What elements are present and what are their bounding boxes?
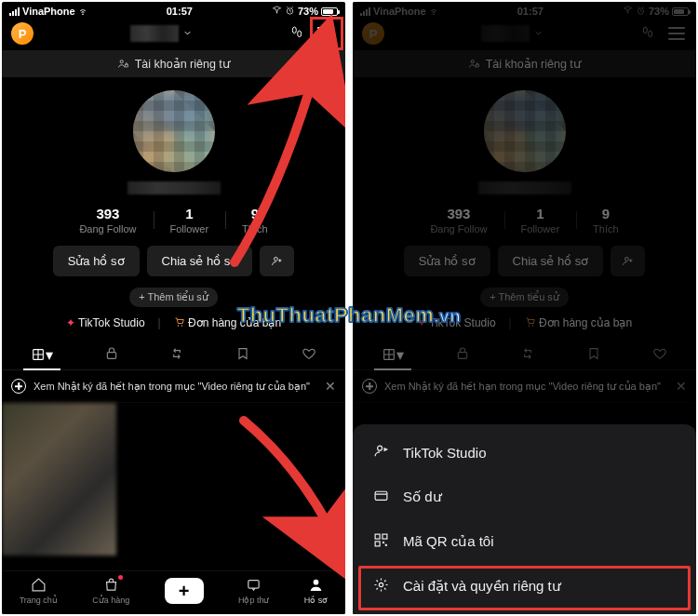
your-orders-link[interactable]: Đơn hàng của bạn: [174, 316, 281, 329]
tab-private[interactable]: [455, 346, 470, 364]
stat-likes[interactable]: 9 Thích: [225, 206, 285, 234]
chevron-down-icon[interactable]: [182, 28, 193, 39]
stat-followers[interactable]: 1 Follower: [154, 206, 226, 234]
footprint-icon[interactable]: [640, 25, 655, 42]
tab-liked[interactable]: [652, 346, 667, 364]
notice-text: Xem Nhật ký đã hết hạn trong mục "Video …: [384, 380, 668, 393]
notice-close-button[interactable]: ✕: [676, 379, 687, 394]
profile-stats: 393 Đang Follow 1 Follower 9 Thích: [2, 206, 345, 234]
status-bar: VinaPhone 01:57 73%: [353, 2, 696, 19]
tab-saved[interactable]: [235, 346, 250, 364]
menu-button[interactable]: [666, 27, 687, 40]
tab-liked[interactable]: [302, 346, 316, 364]
svg-rect-23: [382, 534, 386, 539]
account-switch-avatar[interactable]: P: [362, 22, 384, 45]
add-friends-button[interactable]: [260, 246, 294, 276]
home-icon: [31, 577, 47, 594]
video-grid: [2, 403, 345, 570]
cart-icon: [525, 316, 536, 329]
expired-story-notice[interactable]: Xem Nhật ký đã hết hạn trong mục "Video …: [353, 370, 696, 403]
svg-point-13: [649, 31, 652, 37]
svg-point-14: [471, 60, 474, 62]
cart-icon: [174, 316, 188, 329]
status-clock: 01:57: [167, 6, 193, 17]
battery-icon: [321, 7, 338, 16]
add-friends-button[interactable]: [611, 246, 645, 276]
sheet-item-qr[interactable]: Mã QR của tôi: [353, 519, 696, 564]
username-handle-blurred: [478, 181, 571, 194]
sheet-item-settings[interactable]: Cài đặt và quyền riêng tư: [353, 564, 696, 609]
edit-profile-button[interactable]: Sửa hồ sơ: [404, 246, 490, 276]
tab-saved[interactable]: [586, 346, 601, 364]
share-profile-button[interactable]: Chia sẻ hồ sơ: [498, 246, 604, 276]
nav-shop[interactable]: Cửa hàng: [92, 577, 129, 605]
menu-button[interactable]: [315, 27, 336, 40]
person-lock-icon: [468, 58, 480, 71]
notice-close-button[interactable]: ✕: [325, 379, 336, 394]
nav-inbox[interactable]: Hộp thư: [238, 577, 270, 605]
stat-following[interactable]: 393Đang Follow: [413, 206, 503, 234]
private-account-banner[interactable]: Tài khoản riêng tư: [353, 50, 696, 77]
sheet-item-studio[interactable]: TikTok Studio: [353, 430, 696, 475]
svg-point-10: [314, 580, 319, 585]
circle-plus-icon: [362, 379, 377, 394]
profile-action-row: Sửa hồ sơ Chia sẻ hồ sơ: [2, 246, 345, 276]
stat-followers[interactable]: 1Follower: [504, 206, 577, 234]
svg-point-12: [643, 27, 647, 33]
profile-picture[interactable]: [484, 90, 566, 172]
circle-plus-icon: [11, 379, 26, 394]
add-bio-button[interactable]: + Thêm tiểu sử: [129, 288, 218, 307]
svg-point-2: [298, 31, 302, 37]
tiktok-studio-link[interactable]: ✦ TikTok Studio: [417, 316, 496, 329]
tiktok-studio-link[interactable]: ✦ TikTok Studio: [66, 316, 145, 329]
nav-profile[interactable]: Hồ sơ: [304, 577, 329, 605]
notice-text: Xem Nhật ký đã hết hạn trong mục "Video …: [34, 380, 317, 393]
carrier-label: VinaPhone: [373, 6, 426, 17]
studio-icon: ✦: [417, 316, 426, 329]
annotation-arrow-menu: [207, 58, 345, 275]
stat-likes[interactable]: 9Thích: [576, 206, 636, 234]
svg-point-20: [377, 446, 382, 450]
svg-rect-25: [382, 542, 383, 543]
tab-private[interactable]: [104, 346, 119, 364]
status-clock: 01:57: [517, 6, 544, 17]
video-thumb[interactable]: [2, 403, 116, 556]
tab-repost[interactable]: [520, 346, 535, 364]
app-header: P: [353, 19, 696, 50]
private-account-banner[interactable]: Tài khoản riêng tư: [2, 50, 345, 77]
tab-grid[interactable]: ▾: [382, 346, 404, 364]
username-title-blurred[interactable]: [130, 25, 179, 42]
phone-right: VinaPhone 01:57 73% P: [353, 2, 696, 614]
status-bar: VinaPhone 01:57 73%: [2, 2, 345, 19]
wifi-icon: [429, 7, 438, 17]
profile-tabs: ▾: [353, 339, 696, 370]
nav-home[interactable]: Trang chủ: [20, 577, 58, 605]
username-title-blurred[interactable]: [481, 25, 530, 42]
chevron-down-icon[interactable]: [533, 28, 544, 39]
svg-point-1: [292, 27, 296, 33]
profile-stats: 393Đang Follow 1Follower 9Thích: [353, 206, 696, 234]
tab-grid[interactable]: ▾: [31, 346, 53, 364]
tab-repost[interactable]: [169, 346, 184, 364]
share-profile-button[interactable]: Chia sẻ hồ sơ: [147, 246, 253, 276]
svg-rect-8: [107, 353, 115, 359]
location-icon: [623, 6, 633, 17]
profile-links-row: ✦ TikTok Studio | Đơn hàng của bạn: [353, 316, 696, 329]
edit-profile-button[interactable]: Sửa hồ sơ: [53, 246, 140, 276]
stat-following[interactable]: 393 Đang Follow: [62, 206, 153, 234]
sheet-item-balance[interactable]: Số dư: [353, 475, 696, 519]
expired-story-notice[interactable]: Xem Nhật ký đã hết hạn trong mục "Video …: [2, 370, 345, 403]
svg-rect-4: [125, 64, 128, 67]
create-button[interactable]: +: [165, 578, 204, 604]
add-bio-button[interactable]: + Thêm tiểu sử: [480, 288, 569, 307]
nav-create[interactable]: +: [165, 578, 204, 604]
bag-icon: [103, 577, 119, 594]
your-orders-link[interactable]: Đơn hàng của bạn: [525, 316, 632, 329]
profile-picture[interactable]: [133, 90, 215, 172]
phone-left: VinaPhone 01:57 73% P: [2, 2, 345, 614]
footprint-icon[interactable]: [289, 25, 304, 42]
account-switch-avatar[interactable]: P: [11, 22, 34, 45]
bottom-nav: Trang chủ Cửa hàng + Hộp thư Hồ sơ: [2, 570, 345, 614]
alarm-icon: [285, 6, 295, 17]
profile-action-row: Sửa hồ sơ Chia sẻ hồ sơ: [353, 246, 696, 276]
